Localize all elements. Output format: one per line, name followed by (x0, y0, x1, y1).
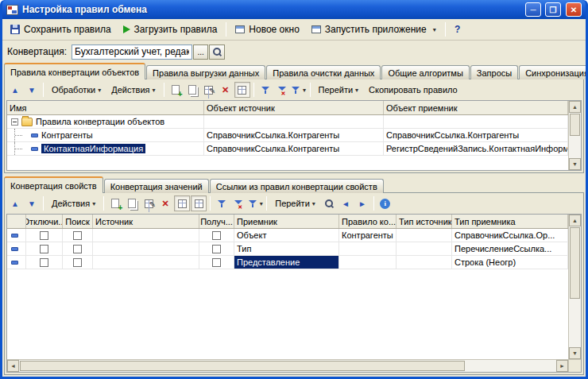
edit-button[interactable] (201, 82, 217, 98)
tab-data-export-rules[interactable]: Правила выгрузки данных (146, 65, 265, 79)
info-button[interactable]: i (377, 195, 393, 211)
cell-receiver[interactable]: Тип (234, 242, 339, 256)
column-header-get[interactable]: Получ... (199, 215, 234, 228)
scroll-thumb[interactable] (570, 114, 580, 136)
delete-button[interactable]: ✕ (218, 82, 234, 98)
minimize-button[interactable]: ─ (525, 2, 541, 17)
table-row-selected[interactable]: Представление Строка (Неогр) (7, 256, 568, 269)
table-row[interactable]: Контрагенты СправочникСсылка.Контрагенты… (7, 129, 568, 142)
column-header-target-object[interactable]: Объект приемник (384, 101, 568, 114)
column-header-disable[interactable]: Отключи... (26, 215, 63, 228)
column-header-source-object[interactable]: Объект источник (204, 101, 384, 114)
cell-disable[interactable] (26, 256, 63, 269)
cell-source[interactable]: СправочникСсылка.Контрагенты (204, 129, 384, 142)
scroll-right-button[interactable]: ► (556, 360, 568, 372)
tab-property-rule-links[interactable]: Ссылки из правил конвертации свойств (210, 179, 384, 193)
cell-name[interactable]: Контрагенты (7, 129, 204, 142)
cell-search[interactable] (63, 229, 93, 242)
cell-receiver-type[interactable]: СправочникСсылка.Ор... (452, 229, 568, 242)
horizontal-scrollbar[interactable]: ◄ ► (7, 359, 568, 372)
copy-rule-button[interactable]: Скопировать правило (364, 82, 462, 98)
move-up-button[interactable]: ▲ (7, 82, 23, 98)
cell-conversion-rule[interactable]: Контрагенты (339, 229, 397, 242)
get-checkbox[interactable] (212, 245, 221, 253)
move-down-button[interactable]: ▼ (24, 195, 40, 211)
search-checkbox[interactable] (73, 258, 82, 267)
add-group-button[interactable] (184, 82, 200, 98)
scroll-up-button[interactable]: ▲ (569, 215, 581, 226)
delete-button[interactable]: ✕ (157, 195, 173, 211)
move-up-button[interactable]: ▲ (7, 195, 23, 211)
hierarchy-toggle-button[interactable] (234, 82, 250, 98)
move-down-button[interactable]: ▼ (24, 82, 40, 98)
cell-disable[interactable] (26, 229, 63, 242)
column-header-receiver[interactable]: Приемник (234, 215, 339, 228)
table-row-selected[interactable]: КонтактнаяИнформация СправочникСсылка.Ко… (7, 142, 568, 156)
clear-filter-button[interactable] (274, 82, 290, 98)
search-checkbox[interactable] (73, 231, 82, 240)
scroll-track[interactable] (569, 300, 581, 347)
tree-expander-icon[interactable] (11, 118, 18, 126)
conversion-input[interactable] (72, 44, 192, 60)
cell-target[interactable] (384, 115, 568, 129)
search-button[interactable] (209, 44, 225, 60)
column-header-name[interactable]: Имя (7, 101, 204, 114)
cell-get[interactable] (199, 229, 234, 242)
scroll-down-button[interactable]: ▼ (569, 158, 581, 170)
disable-checkbox[interactable] (40, 258, 48, 267)
cell-marker[interactable] (7, 242, 26, 256)
cell-source[interactable] (93, 256, 199, 269)
column-header-source-type[interactable]: Тип источника (397, 215, 452, 228)
add-button[interactable] (168, 82, 184, 98)
cell-conversion-rule[interactable] (339, 256, 397, 269)
cell-source[interactable]: СправочникСсылка.Контрагенты (204, 142, 384, 156)
load-rules-button[interactable]: Загрузить правила (118, 21, 223, 38)
tab-value-conversion[interactable]: Конвертация значений (104, 179, 209, 193)
vertical-scrollbar[interactable]: ▲ ▼ (569, 101, 581, 170)
search-checkbox[interactable] (73, 245, 82, 253)
go-menu-button[interactable]: Перейти (270, 195, 320, 211)
actions-menu-button[interactable]: Действия (106, 82, 160, 98)
column-header-search[interactable]: Поиск (63, 215, 93, 228)
title-bar[interactable]: Настройка правил обмена ─ ❐ ✕ (2, 0, 586, 19)
cell-source[interactable] (204, 115, 384, 129)
close-button[interactable]: ✕ (566, 2, 582, 17)
set-filter-button[interactable] (257, 82, 273, 98)
cell-source[interactable] (93, 229, 199, 242)
column-header-marker[interactable] (7, 215, 26, 228)
browse-button[interactable]: ... (193, 44, 208, 60)
table-row[interactable]: Правила конвертации объектов (7, 115, 568, 129)
cell-target[interactable]: СправочникСсылка.Контрагенты (384, 129, 568, 142)
add-button[interactable] (107, 195, 123, 211)
disable-checkbox[interactable] (40, 231, 48, 240)
scroll-left-button[interactable]: ◄ (7, 360, 19, 372)
search-button[interactable] (321, 195, 337, 211)
group-toggle-button[interactable] (191, 195, 207, 211)
cell-get[interactable] (199, 256, 234, 269)
go-menu-button[interactable]: Перейти (314, 82, 364, 98)
tab-common-algorithms[interactable]: Общие алгоритмы (381, 65, 469, 79)
cell-receiver-type[interactable]: Строка (Неогр) (452, 256, 568, 269)
cell-receiver-selected[interactable]: Представление (234, 256, 339, 269)
navigate-forward-button[interactable]: ► (354, 195, 370, 211)
cell-name[interactable]: КонтактнаяИнформация (7, 142, 204, 156)
tab-synchronization[interactable]: Синхронизация (519, 65, 586, 79)
scroll-up-button[interactable]: ▲ (569, 101, 581, 113)
cell-source-type[interactable] (397, 229, 452, 242)
scroll-track[interactable] (466, 360, 556, 372)
save-rules-button[interactable]: Сохранить правила (5, 21, 117, 38)
cell-get[interactable] (199, 242, 234, 256)
table-row[interactable]: Тип ПеречислениеСсылка... (7, 242, 568, 256)
cell-receiver-type[interactable]: ПеречислениеСсылка... (452, 242, 568, 256)
cell-receiver[interactable]: Объект (234, 229, 339, 242)
cell-marker[interactable] (7, 229, 26, 242)
vertical-scrollbar[interactable]: ▲ ▼ (569, 215, 581, 359)
scroll-thumb[interactable] (570, 227, 580, 299)
clear-filter-button[interactable] (230, 195, 246, 211)
cell-source[interactable] (93, 242, 199, 256)
table-row[interactable]: Объект Контрагенты СправочникСсылка.Ор..… (7, 229, 568, 242)
new-window-button[interactable]: Новое окно (230, 21, 305, 38)
get-checkbox[interactable] (212, 231, 221, 240)
tab-data-clearing-rules[interactable]: Правила очистки данных (266, 65, 381, 79)
run-application-button[interactable]: Запустить приложение (306, 21, 442, 38)
